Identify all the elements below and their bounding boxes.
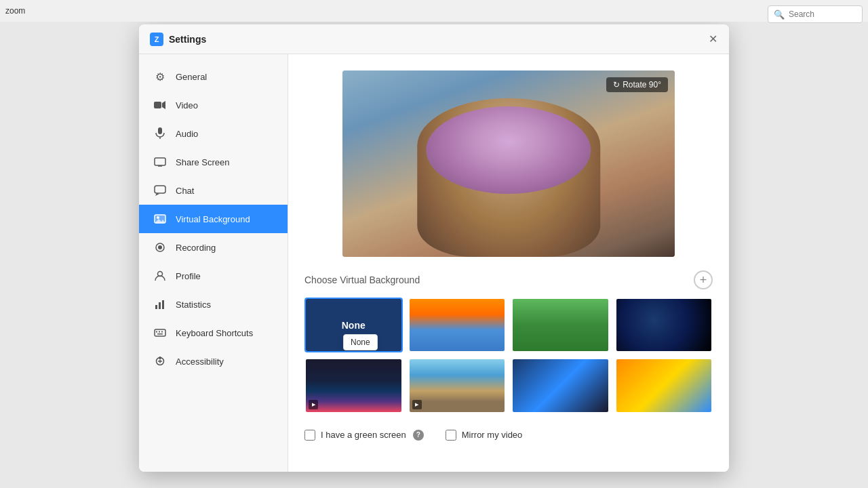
- svg-rect-0: [154, 102, 161, 108]
- background-grid: None None: [304, 298, 713, 413]
- svg-marker-1: [162, 101, 165, 109]
- dialog-titlebar: Z Settings ✕: [139, 24, 729, 54]
- share-screen-icon: [153, 155, 167, 169]
- bg-thumb-tech2[interactable]: [615, 358, 713, 413]
- sidebar-label-keyboard-shortcuts: Keyboard Shortcuts: [176, 328, 253, 338]
- sidebar-item-accessibility[interactable]: Accessibility: [139, 347, 288, 375]
- svg-rect-23: [157, 333, 163, 335]
- svg-point-14: [158, 245, 162, 249]
- search-icon: 🔍: [774, 9, 785, 20]
- sidebar-label-profile: Profile: [176, 271, 201, 281]
- svg-point-11: [157, 216, 159, 219]
- sidebar-item-video[interactable]: Video: [139, 91, 288, 119]
- audio-icon: [153, 126, 167, 141]
- keyboard-icon: [153, 325, 167, 340]
- sidebar-label-chat: Chat: [176, 186, 194, 196]
- dialog-body: ⚙ General Video Audio: [139, 54, 729, 472]
- add-background-button[interactable]: +: [694, 270, 713, 289]
- search-bar: 🔍: [768, 5, 863, 23]
- mirror-video-option[interactable]: Mirror my video: [446, 430, 523, 441]
- green-screen-checkbox[interactable]: [304, 430, 315, 441]
- sidebar-label-accessibility: Accessibility: [176, 357, 224, 367]
- sidebar-label-share-screen: Share Screen: [176, 157, 230, 167]
- main-content: ↻ Rotate 90° Choose Virtual Background +…: [288, 54, 729, 472]
- bg-none-label: None: [306, 299, 401, 351]
- svg-rect-22: [161, 331, 163, 333]
- dialog-title: Settings: [169, 34, 206, 45]
- section-label-text: Choose Virtual Background: [304, 274, 420, 285]
- green-screen-option[interactable]: I have a green screen ?: [304, 430, 424, 441]
- bg-thumb-none[interactable]: None None: [304, 298, 403, 352]
- options-row: I have a green screen ? Mirror my video: [304, 430, 713, 441]
- bg-thumb-bridge[interactable]: [408, 298, 507, 352]
- dialog-title-icon: Z: [150, 33, 163, 46]
- mirror-video-checkbox[interactable]: [446, 430, 456, 441]
- accessibility-icon: [153, 354, 167, 369]
- sidebar-label-general: General: [176, 72, 207, 82]
- rotate-icon: ↻: [613, 80, 620, 89]
- recording-icon: [153, 240, 167, 255]
- sidebar-label-video: Video: [176, 100, 198, 110]
- sidebar-item-virtual-background[interactable]: Virtual Background: [139, 205, 288, 233]
- general-icon: ⚙: [153, 69, 167, 84]
- svg-rect-2: [158, 127, 162, 134]
- beach-video-icon: [412, 400, 422, 409]
- settings-dialog: Z Settings ✕ ⚙ General Video: [139, 24, 729, 472]
- sidebar-label-audio: Audio: [176, 129, 198, 139]
- svg-rect-16: [155, 305, 157, 309]
- sidebar-item-chat[interactable]: Chat: [139, 176, 288, 205]
- search-input[interactable]: [789, 9, 856, 19]
- sidebar-item-share-screen[interactable]: Share Screen: [139, 148, 288, 176]
- green-screen-help-icon[interactable]: ?: [413, 430, 424, 441]
- svg-rect-17: [159, 302, 161, 309]
- bg-thumb-beach[interactable]: [408, 358, 507, 413]
- sidebar-item-profile[interactable]: Profile: [139, 262, 288, 290]
- sidebar-item-statistics[interactable]: Statistics: [139, 290, 288, 319]
- svg-rect-19: [155, 329, 165, 336]
- dialog-close-button[interactable]: ✕: [705, 31, 721, 47]
- svg-rect-18: [162, 300, 164, 309]
- bg-thumb-earth[interactable]: [615, 298, 713, 352]
- sidebar-label-statistics: Statistics: [176, 300, 211, 310]
- section-label-row: Choose Virtual Background +: [304, 270, 713, 289]
- chat-icon: [153, 183, 167, 198]
- rotate-button[interactable]: ↻ Rotate 90°: [606, 77, 668, 92]
- sidebar-label-virtual-bg: Virtual Background: [176, 214, 250, 224]
- virtual-bg-icon: [153, 211, 167, 226]
- svg-rect-4: [155, 158, 165, 165]
- sidebar-item-keyboard-shortcuts[interactable]: Keyboard Shortcuts: [139, 319, 288, 347]
- top-bar: zoom ─ □ ✕: [0, 0, 868, 22]
- statistics-icon: [153, 297, 167, 312]
- bg-thumb-grass[interactable]: [511, 298, 610, 352]
- aurora-video-icon: [309, 400, 318, 409]
- profile-icon: [153, 268, 167, 283]
- sidebar-item-general[interactable]: ⚙ General: [139, 62, 288, 91]
- video-preview: ↻ Rotate 90°: [342, 70, 675, 257]
- app-title: zoom: [5, 6, 25, 16]
- sidebar-item-audio[interactable]: Audio: [139, 119, 288, 148]
- mirror-video-label: Mirror my video: [462, 430, 523, 440]
- video-icon-nav: [153, 98, 167, 113]
- bg-thumb-tech1[interactable]: [511, 358, 610, 413]
- svg-rect-21: [159, 331, 160, 333]
- green-screen-label: I have a green screen: [321, 430, 406, 440]
- svg-rect-7: [155, 186, 165, 193]
- sidebar-item-recording[interactable]: Recording: [139, 233, 288, 262]
- svg-rect-20: [156, 331, 157, 333]
- sidebar-label-recording: Recording: [176, 243, 216, 253]
- sidebar: ⚙ General Video Audio: [139, 54, 288, 472]
- bg-thumb-aurora[interactable]: [304, 358, 403, 413]
